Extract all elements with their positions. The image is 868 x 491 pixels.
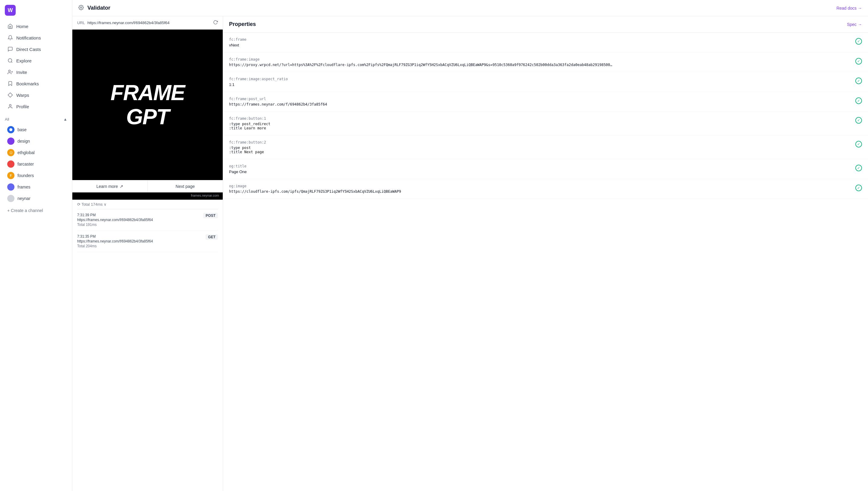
url-value: https://frames.neynar.com/f/694862b4/3fa… <box>87 21 211 25</box>
frame-button-next-page[interactable]: Next page <box>148 180 223 193</box>
nav-profile[interactable]: Profile <box>2 101 70 112</box>
channel-neynar[interactable]: neynar <box>2 193 70 204</box>
channel-base[interactable]: base <box>2 124 70 136</box>
channel-founders[interactable]: F founders <box>2 170 70 181</box>
nav-direct-casts[interactable]: Direct Casts <box>2 44 70 55</box>
create-channel-button[interactable]: + Create a channel <box>2 205 70 215</box>
log-section: ⟳ Total 174ms ∨ 7:31:39 PM https://frame… <box>72 200 223 252</box>
collapse-icon[interactable]: ▲ <box>63 117 67 121</box>
nav-bookmarks[interactable]: Bookmarks <box>2 78 70 89</box>
channel-design-label: design <box>18 139 30 144</box>
nav-profile-label: Profile <box>16 104 29 109</box>
prop-key-button-1: fc:frame:button:1 <box>229 116 850 121</box>
channel-neynar-label: neynar <box>18 196 30 201</box>
nav-notifications[interactable]: Notifications <box>2 32 70 44</box>
nav-bookmarks-label: Bookmarks <box>16 81 39 86</box>
main-content: Validator Read docs → URL https://frames… <box>72 0 868 491</box>
nav-notifications-label: Notifications <box>16 35 41 40</box>
external-link-icon: ↗ <box>120 184 123 189</box>
log-entry-1: 7:31:39 PM https://frames.neynar.com/f/6… <box>77 209 218 231</box>
user-plus-icon <box>7 69 13 75</box>
frame-preview: FRAME GPT Learn more ↗ Next page frames.… <box>72 30 223 200</box>
log-time-1: 7:31:39 PM <box>77 213 153 217</box>
prop-valid-fc-frame-image: ✓ <box>855 58 862 64</box>
main-header: Validator Read docs → <box>72 0 868 16</box>
prop-og-title: og:title Page One ✓ <box>223 159 868 179</box>
channel-neynar-dot <box>7 195 14 202</box>
read-docs-link[interactable]: Read docs → <box>836 6 862 10</box>
bell-icon <box>7 35 13 41</box>
spec-link[interactable]: Spec → <box>847 22 862 27</box>
prop-aspect-ratio: fc:frame:image:aspect_ratio 1:1 ✓ <box>223 72 868 92</box>
refresh-button[interactable] <box>213 20 218 26</box>
prop-key-post-url: fc:frame:post_url <box>229 97 850 101</box>
log-url-2: https://frames.neynar.com/f/694862b4/3fa… <box>77 239 153 243</box>
nav-explore-label: Explore <box>16 58 32 63</box>
sidebar: W Home Notifications Direct Casts Explor… <box>0 0 72 491</box>
search-icon <box>7 58 13 64</box>
page-title: Validator <box>87 5 110 11</box>
log-time-2: 7:31:35 PM <box>77 234 153 238</box>
app-logo: W <box>5 5 16 16</box>
log-entry-2: 7:31:35 PM https://frames.neynar.com/f/6… <box>77 231 218 252</box>
log-total-1: Total 191ms <box>77 223 153 227</box>
nav-invite[interactable]: Invite <box>2 66 70 78</box>
prop-valid-fc-frame: ✓ <box>855 38 862 45</box>
svg-marker-5 <box>8 93 13 97</box>
nav-home[interactable]: Home <box>2 21 70 32</box>
url-bar: URL https://frames.neynar.com/f/694862b4… <box>72 16 223 30</box>
nav-invite-label: Invite <box>16 70 27 75</box>
channel-founders-dot: F <box>7 172 14 179</box>
channel-frames[interactable]: frames <box>2 181 70 193</box>
svg-point-0 <box>8 59 12 62</box>
channel-base-dot <box>7 126 14 133</box>
properties-title: Properties <box>229 21 256 27</box>
prop-valid-og-title: ✓ <box>855 165 862 171</box>
prop-value-aspect-ratio: 1:1 <box>229 82 850 87</box>
settings-icon[interactable] <box>79 5 84 11</box>
channel-farcaster[interactable]: farcaster <box>2 158 70 170</box>
channel-design-dot <box>7 138 14 145</box>
nav-explore[interactable]: Explore <box>2 55 70 66</box>
home-icon <box>7 23 13 29</box>
nav-direct-casts-label: Direct Casts <box>16 47 41 52</box>
properties-header: Properties Spec → <box>223 16 868 33</box>
log-url-1: https://frames.neynar.com/f/694862b4/3fa… <box>77 218 153 222</box>
channel-frames-dot <box>7 183 14 191</box>
prop-valid-aspect-ratio: ✓ <box>855 78 862 84</box>
create-channel-label: + Create a channel <box>7 208 43 213</box>
frame-button-learn-more[interactable]: Learn more ↗ <box>72 180 148 193</box>
svg-point-2 <box>8 70 10 72</box>
nav-warps[interactable]: Warps <box>2 89 70 101</box>
prop-value-post-url: https://frames.neynar.com/f/694862b4/3fa… <box>229 102 850 107</box>
svg-line-1 <box>11 61 12 62</box>
prop-key-fc-frame: fc:frame <box>229 37 850 41</box>
prop-key-aspect-ratio: fc:frame:image:aspect_ratio <box>229 77 850 81</box>
frame-title: FRAME GPT <box>111 81 185 128</box>
svg-point-6 <box>9 104 11 106</box>
prop-value-button-2: :type post :title Next page <box>229 146 850 154</box>
prop-key-og-title: og:title <box>229 164 850 168</box>
prop-fc-frame-image: fc:frame:image https://proxy.wrpcd.net/?… <box>223 53 868 72</box>
channel-design[interactable]: design <box>2 136 70 147</box>
channels-section-header: All ▲ <box>0 115 72 124</box>
log-total-2: Total 204ms <box>77 244 153 248</box>
user-icon <box>7 104 13 110</box>
prop-valid-post-url: ✓ <box>855 97 862 104</box>
frame-source: frames.neynar.com <box>72 193 223 200</box>
channel-ethglobal-label: ethglobal <box>18 150 35 155</box>
prop-valid-button-2: ✓ <box>855 141 862 147</box>
log-summary[interactable]: ⟳ Total 174ms ∨ <box>77 200 218 209</box>
content-area: URL https://frames.neynar.com/f/694862b4… <box>72 16 868 491</box>
frame-buttons: Learn more ↗ Next page <box>72 180 223 193</box>
bookmark-icon <box>7 81 13 87</box>
channel-ethglobal[interactable]: ⬡ ethglobal <box>2 147 70 158</box>
gear-button: Validator <box>79 5 110 11</box>
properties-panel: Properties Spec → fc:frame vNext ✓ fc:fr… <box>223 16 868 491</box>
log-summary-text: ⟳ Total 174ms ∨ <box>77 202 107 207</box>
channel-farcaster-dot <box>7 161 14 168</box>
log-method-1: POST <box>203 213 218 219</box>
channel-founders-label: founders <box>18 173 34 178</box>
prop-valid-button-1: ✓ <box>855 117 862 124</box>
svg-point-7 <box>9 128 12 131</box>
